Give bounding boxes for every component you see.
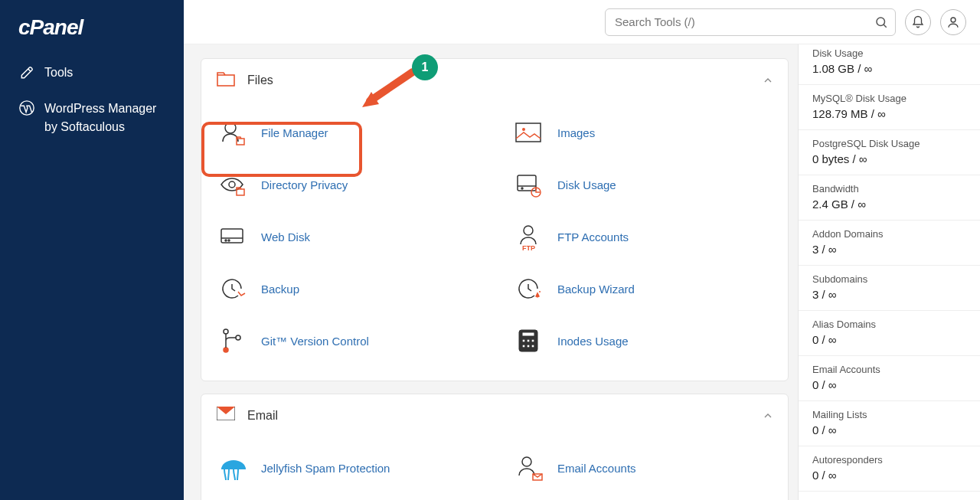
stat-mailing-lists[interactable]: Mailing Lists 0 / ∞	[799, 401, 980, 446]
stat-value: 0 / ∞	[812, 333, 966, 346]
app-label: Git™ Version Control	[261, 335, 369, 348]
sidebar-item-tools[interactable]: Tools	[0, 55, 184, 90]
stat-alias-domains[interactable]: Alias Domains 0 / ∞	[799, 311, 980, 356]
stat-value: 2.4 GB / ∞	[812, 198, 966, 211]
stat-postgresql-disk-usage[interactable]: PostgreSQL Disk Usage 0 bytes / ∞	[799, 130, 980, 175]
git-icon	[217, 325, 247, 356]
app-label: Inodes Usage	[557, 335, 629, 348]
stat-label: Email Accounts	[812, 364, 966, 375]
svg-text:FTP: FTP	[522, 244, 535, 252]
stat-label: Alias Domains	[812, 319, 966, 330]
app-label: Jellyfish Spam Protection	[261, 462, 390, 475]
app-backup[interactable]: Backup	[201, 263, 492, 315]
search-input[interactable]	[605, 8, 896, 36]
jellyfish-icon	[217, 453, 247, 483]
svg-point-21	[236, 335, 240, 340]
app-backup-wizard[interactable]: Backup Wizard	[498, 263, 788, 315]
main: Files File Manager Images Directory Priv…	[184, 44, 980, 500]
svg-point-1	[877, 18, 885, 26]
app-file-manager[interactable]: File Manager	[201, 106, 492, 158]
sidebar-item-wordpress-manager[interactable]: WordPress Manager by Softaculous	[0, 90, 184, 145]
email-accounts-icon	[513, 453, 544, 483]
group-header-files[interactable]: Files	[201, 59, 788, 102]
stat-mysql-disk-usage[interactable]: MySQL® Disk Usage 128.79 MB / ∞	[799, 85, 980, 130]
backup-wizard-icon	[513, 273, 544, 304]
annotation-step-number: 1	[422, 60, 429, 74]
svg-point-24	[522, 339, 525, 342]
wordpress-icon	[18, 100, 35, 116]
sidebar: cPanel Tools WordPress Manager by Softac…	[0, 0, 184, 500]
stat-email-accounts[interactable]: Email Accounts 0 / ∞	[799, 356, 980, 401]
svg-point-11	[521, 188, 523, 189]
stat-label: Bandwidth	[812, 183, 966, 194]
sidebar-item-label: WordPress Manager by Softaculous	[44, 100, 165, 136]
app-email-routing[interactable]: Email Routing	[498, 494, 788, 500]
stat-label: Addon Domains	[812, 228, 966, 240]
stat-label: Autoresponders	[812, 454, 966, 466]
logo-text: cPanel	[18, 15, 83, 39]
app-ftp-accounts[interactable]: FTP FTP Accounts	[498, 211, 788, 263]
logo: cPanel	[0, 15, 184, 55]
app-label: Web Disk	[261, 230, 310, 243]
svg-point-20	[224, 348, 228, 352]
notifications-button[interactable]	[905, 9, 931, 35]
app-images[interactable]: Images	[498, 106, 788, 158]
svg-point-0	[20, 101, 34, 115]
stat-label: PostgreSQL Disk Usage	[812, 138, 966, 149]
svg-point-29	[531, 345, 534, 348]
bell-icon	[911, 15, 925, 29]
svg-rect-13	[221, 229, 243, 243]
group-email: Email Jellyfish Spam Protection Email Ac…	[201, 394, 789, 500]
app-inodes-usage[interactable]: Inodes Usage	[498, 315, 788, 367]
app-directory-privacy[interactable]: Directory Privacy	[201, 158, 492, 211]
group-title: Files	[247, 74, 273, 87]
app-label: Email Accounts	[557, 462, 636, 475]
search-icon[interactable]	[873, 14, 890, 31]
app-label: FTP Accounts	[557, 230, 629, 243]
stat-forwarders[interactable]: Forwarders	[799, 492, 980, 500]
stat-addon-domains[interactable]: Addon Domains 3 / ∞	[799, 221, 980, 266]
app-label: Backup Wizard	[557, 283, 635, 296]
stat-label: MySQL® Disk Usage	[812, 93, 966, 104]
web-disk-icon	[217, 221, 247, 252]
backup-icon	[217, 273, 247, 304]
svg-point-27	[522, 345, 525, 348]
app-disk-usage[interactable]: Disk Usage	[498, 158, 788, 211]
inodes-icon	[513, 325, 544, 356]
sidebar-item-label: Tools	[44, 66, 73, 80]
app-forwarders[interactable]: Forwarders	[201, 494, 492, 500]
stat-value: 1.08 GB / ∞	[812, 62, 966, 75]
stat-value: 3 / ∞	[812, 243, 966, 256]
annotation-arrow-icon	[356, 67, 417, 113]
stat-value: 0 bytes / ∞	[812, 152, 966, 165]
email-icon	[217, 407, 235, 425]
svg-rect-6	[516, 123, 541, 142]
svg-rect-3	[217, 75, 234, 86]
stat-label: Subdomains	[812, 273, 966, 285]
svg-point-19	[224, 329, 228, 334]
app-web-disk[interactable]: Web Disk	[201, 211, 492, 263]
account-button[interactable]	[940, 9, 966, 35]
app-jellyfish-spam-protection[interactable]: Jellyfish Spam Protection	[201, 442, 492, 494]
svg-rect-9	[237, 189, 244, 195]
app-git-version-control[interactable]: Git™ Version Control	[201, 315, 492, 367]
stat-bandwidth[interactable]: Bandwidth 2.4 GB / ∞	[799, 175, 980, 221]
svg-point-28	[527, 345, 530, 348]
app-email-accounts[interactable]: Email Accounts	[498, 442, 788, 494]
group-files: Files File Manager Images Directory Priv…	[201, 58, 789, 381]
svg-point-15	[228, 240, 230, 241]
svg-point-31	[522, 457, 531, 466]
stat-disk-usage[interactable]: Disk Usage 1.08 GB / ∞	[799, 44, 980, 85]
svg-point-14	[225, 240, 227, 241]
stat-value: 0 / ∞	[812, 378, 966, 391]
stat-subdomains[interactable]: Subdomains 3 / ∞	[799, 266, 980, 311]
chevron-up-icon	[762, 410, 774, 422]
svg-point-25	[527, 339, 530, 342]
svg-rect-23	[522, 332, 534, 336]
stat-value: 0 / ∞	[812, 423, 966, 436]
app-label: Directory Privacy	[261, 178, 348, 191]
stat-autoresponders[interactable]: Autoresponders 0 / ∞	[799, 446, 980, 492]
group-title: Email	[247, 409, 278, 423]
group-header-email[interactable]: Email	[201, 394, 788, 437]
svg-point-4	[225, 123, 236, 133]
